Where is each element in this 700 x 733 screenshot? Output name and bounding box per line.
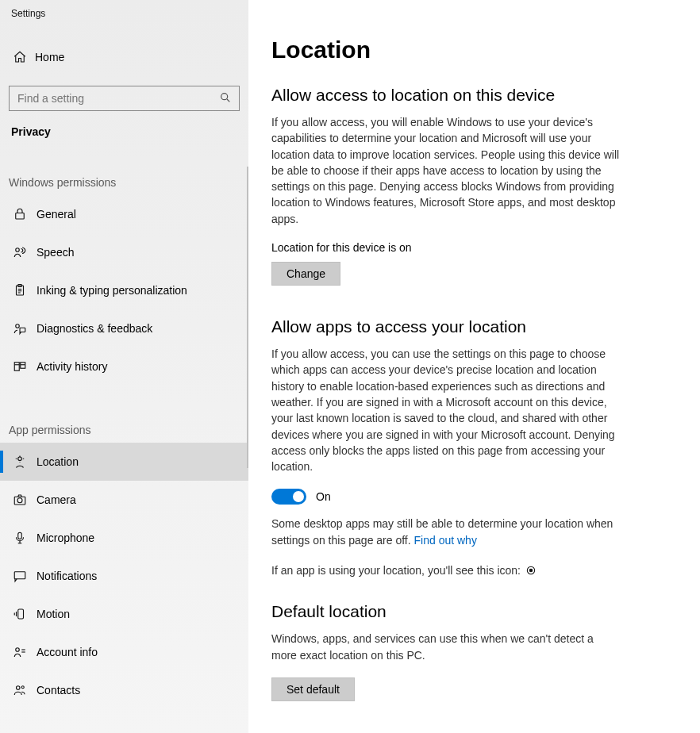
svg-point-17 <box>17 498 22 503</box>
sidebar-item-label: Inking & typing personalization <box>37 284 187 297</box>
speech-icon <box>11 244 29 261</box>
current-category: Privacy <box>0 111 248 138</box>
sidebar: Settings Home Privacy Windows permissi <box>0 0 249 733</box>
sidebar-item-label: Speech <box>37 246 74 259</box>
change-button[interactable]: Change <box>271 262 340 286</box>
section-default-location-title: Default location <box>271 602 678 621</box>
feedback-icon <box>11 320 29 337</box>
svg-rect-12 <box>21 363 25 369</box>
set-default-button[interactable]: Set default <box>271 677 355 701</box>
svg-rect-10 <box>20 328 25 332</box>
microphone-icon <box>11 529 29 547</box>
search-icon <box>219 91 232 104</box>
main-pane: Location Allow access to location on thi… <box>249 0 700 733</box>
sidebar-item-activity-history[interactable]: Activity history <box>0 347 248 386</box>
svg-point-3 <box>16 248 20 252</box>
sidebar-item-location[interactable]: Location <box>0 443 248 481</box>
sidebar-item-label: Diagnostics & feedback <box>37 322 152 335</box>
sidebar-item-label: Camera <box>37 493 76 506</box>
svg-rect-18 <box>18 532 22 539</box>
sidebar-item-notifications[interactable]: Notifications <box>0 557 248 595</box>
group-header-windows-permissions: Windows permissions <box>0 176 248 189</box>
sidebar-item-label: Account info <box>37 646 98 658</box>
motion-icon <box>11 605 29 623</box>
svg-rect-22 <box>18 609 24 619</box>
location-in-use-note: If an app is using your location, you'll… <box>271 562 621 578</box>
scrollbar[interactable] <box>247 167 248 468</box>
group-header-app-permissions: App permissions <box>0 424 248 436</box>
device-location-status: Location for this device is on <box>271 241 678 254</box>
section-device-location-body: If you allow access, you will enable Win… <box>271 114 621 227</box>
svg-point-28 <box>17 686 21 690</box>
svg-point-15 <box>18 457 22 461</box>
home-icon <box>11 50 29 64</box>
svg-point-29 <box>21 686 24 689</box>
section-apps-location-title: Allow apps to access your location <box>271 317 678 336</box>
history-icon <box>11 358 29 375</box>
sidebar-item-label: Microphone <box>37 532 94 544</box>
notifications-icon <box>11 567 29 585</box>
sidebar-item-label: Location <box>37 455 79 468</box>
section-default-location-body: Windows, apps, and services can use this… <box>271 631 621 663</box>
apps-location-toggle-label: On <box>316 490 331 503</box>
account-info-icon <box>11 643 29 661</box>
location-in-use-text: If an app is using your location, you'll… <box>271 564 524 577</box>
sidebar-item-label: Notifications <box>37 570 97 582</box>
svg-point-25 <box>16 648 20 652</box>
app-title: Settings <box>0 0 248 19</box>
svg-line-1 <box>227 99 229 102</box>
svg-point-9 <box>16 324 20 328</box>
sidebar-item-motion[interactable]: Motion <box>0 595 248 633</box>
clipboard-icon <box>11 282 29 299</box>
sidebar-item-label: Contacts <box>37 684 80 697</box>
svg-rect-11 <box>14 363 19 371</box>
sidebar-item-account-info[interactable]: Account info <box>0 633 248 671</box>
section-apps-location-body: If you allow access, you can use the set… <box>271 346 621 474</box>
search-input[interactable] <box>9 86 240 111</box>
sidebar-item-camera[interactable]: Camera <box>0 481 248 519</box>
contacts-icon <box>11 681 29 699</box>
find-out-why-link[interactable]: Find out why <box>414 534 477 547</box>
sidebar-item-microphone[interactable]: Microphone <box>0 519 248 557</box>
sidebar-item-contacts[interactable]: Contacts <box>0 671 248 709</box>
location-icon <box>11 453 29 470</box>
svg-point-0 <box>221 94 228 100</box>
desktop-apps-note: Some desktop apps may still be able to d… <box>271 516 621 548</box>
selection-indicator <box>0 451 3 473</box>
svg-rect-2 <box>16 213 25 220</box>
lock-icon <box>11 205 29 223</box>
sidebar-item-diagnostics[interactable]: Diagnostics & feedback <box>0 309 248 347</box>
sidebar-item-label: General <box>37 208 76 221</box>
camera-icon <box>11 491 29 508</box>
apps-location-toggle[interactable] <box>271 489 306 505</box>
sidebar-item-label: Activity history <box>37 360 107 373</box>
svg-point-31 <box>529 569 533 572</box>
sidebar-item-speech[interactable]: Speech <box>0 233 248 271</box>
sidebar-item-label: Motion <box>37 608 70 620</box>
section-device-location-title: Allow access to location on this device <box>271 86 678 105</box>
sidebar-item-general[interactable]: General <box>0 195 248 233</box>
page-title: Location <box>271 36 678 63</box>
svg-rect-21 <box>14 572 25 579</box>
sidebar-item-inking[interactable]: Inking & typing personalization <box>0 271 248 309</box>
location-in-use-icon <box>525 565 537 576</box>
home-label: Home <box>35 51 64 63</box>
home-nav[interactable]: Home <box>0 38 248 76</box>
